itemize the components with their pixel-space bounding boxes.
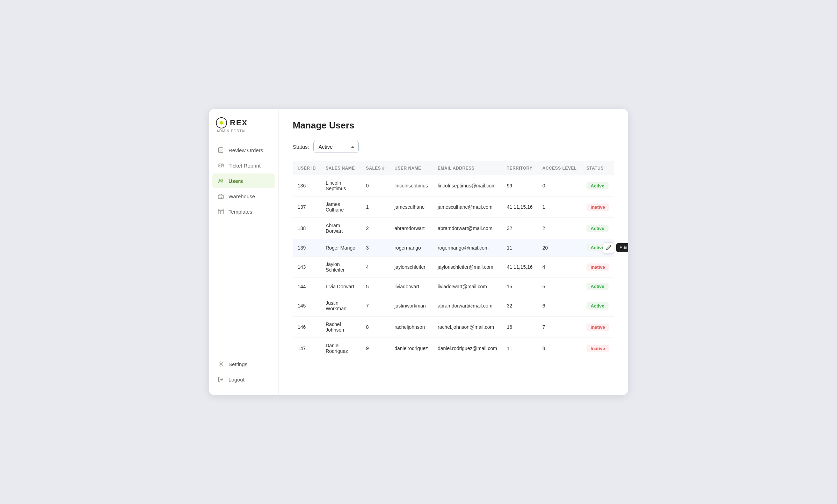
cell-status: Inative <box>582 257 614 278</box>
cell-status: Inative <box>582 197 614 218</box>
cell-username: justinworkman <box>390 295 433 317</box>
status-label: Status: <box>293 144 309 150</box>
col-email: EMAIL ADDRESS <box>433 161 502 175</box>
cell-territory: 41,11,15,16 <box>502 197 538 218</box>
cell-username: danielrodriguez <box>390 338 433 359</box>
cell-user-id: 145 <box>293 295 321 317</box>
sidebar-item-users[interactable]: Users <box>212 173 275 188</box>
edit-tooltip-label: Edit <box>616 243 628 252</box>
cell-user-id: 143 <box>293 257 321 278</box>
status-badge: Active <box>587 225 609 232</box>
sidebar-item-templates[interactable]: Templates <box>212 204 275 219</box>
cell-territory: 11 <box>502 239 538 257</box>
sidebar-label-review-orders: Review Orders <box>228 147 263 153</box>
cell-user-id: 137 <box>293 197 321 218</box>
col-sales-name: SALES NAME <box>321 161 361 175</box>
cell-territory: 41,11,15,16 <box>502 257 538 278</box>
sidebar-label-warehouse: Warehouse <box>228 193 255 199</box>
cell-access-level: 1 <box>538 197 582 218</box>
sidebar-label-ticket-reprint: Ticket Reprint <box>228 163 261 169</box>
edit-overlay: Edit <box>603 242 628 253</box>
cell-user-id: 136 <box>293 175 321 197</box>
cell-sales-name: Rachel Johnson <box>321 317 361 338</box>
sidebar-item-review-orders[interactable]: Review Orders <box>212 143 275 157</box>
table-row[interactable]: 136 Lincoln Septimus 0 lincolnseptimus l… <box>293 175 614 197</box>
users-icon <box>217 177 224 184</box>
cell-user-id: 139 <box>293 239 321 257</box>
logout-icon <box>217 376 224 383</box>
cell-sales-name: Livia Dorwart <box>321 278 361 295</box>
sidebar-item-warehouse[interactable]: Warehouse <box>212 189 275 203</box>
cell-territory: 99 <box>502 175 538 197</box>
sidebar-item-settings[interactable]: Settings <box>212 357 275 371</box>
cell-sales-name: Jaylon Schleifer <box>321 257 361 278</box>
cell-status: Active <box>582 278 614 295</box>
cell-email: daniel.rodriguez@mail.com <box>433 338 502 359</box>
table-row[interactable]: 138 Abram Dorwart 2 abramdorwart abramdo… <box>293 218 614 239</box>
cell-sales-num: 0 <box>361 175 390 197</box>
cell-sales-num: 8 <box>361 317 390 338</box>
logo-text: REX <box>230 118 248 127</box>
cell-access-level: 4 <box>538 257 582 278</box>
template-icon <box>217 208 224 215</box>
users-table: USER ID SALES NAME SALES # USER NAME EMA… <box>293 161 614 359</box>
cell-sales-name: Lincoln Septimus <box>321 175 361 197</box>
table-row[interactable]: 139 Roger Mango 3 rogermango rogermango@… <box>293 239 614 257</box>
sidebar-item-logout[interactable]: Logout <box>212 372 275 387</box>
table-row[interactable]: 144 Livia Dorwart 5 liviadorwart liviado… <box>293 278 614 295</box>
cell-username: liviadorwart <box>390 278 433 295</box>
sidebar-item-ticket-reprint[interactable]: Ticket Reprint <box>212 158 275 173</box>
cell-territory: 32 <box>502 218 538 239</box>
cell-sales-num: 2 <box>361 218 390 239</box>
sidebar: REX ADMIN PORTAL Review Orders <box>209 109 279 395</box>
cell-email: jaylonschleifer@mail.com <box>433 257 502 278</box>
cell-access-level: 7 <box>538 317 582 338</box>
page-title: Manage Users <box>293 120 614 131</box>
cell-access-level: 20 <box>538 239 582 257</box>
status-badge: Inative <box>587 203 609 211</box>
status-badge: Active <box>587 302 609 310</box>
nav-items: Review Orders Ticket Reprint <box>209 143 278 357</box>
table-row[interactable]: 146 Rachel Johnson 8 racheljohnson rache… <box>293 317 614 338</box>
edit-button[interactable] <box>603 242 614 253</box>
table-row[interactable]: 147 Daniel Rodriguez 9 danielrodriguez d… <box>293 338 614 359</box>
cell-sales-num: 7 <box>361 295 390 317</box>
cell-email: liviadorwart@mail.com <box>433 278 502 295</box>
table-header: USER ID SALES NAME SALES # USER NAME EMA… <box>293 161 614 175</box>
cell-access-level: 5 <box>538 278 582 295</box>
cell-sales-name: James Culhane <box>321 197 361 218</box>
svg-point-16 <box>220 363 222 365</box>
col-status: STATUS <box>582 161 614 175</box>
status-select[interactable]: Active Inactive All <box>313 141 359 153</box>
ticket-icon <box>217 162 224 169</box>
cell-status: Active <box>582 295 614 317</box>
logo-row: REX <box>216 117 248 128</box>
cell-user-id: 146 <box>293 317 321 338</box>
cell-sales-num: 1 <box>361 197 390 218</box>
table-body: 136 Lincoln Septimus 0 lincolnseptimus l… <box>293 175 614 359</box>
table-row[interactable]: 137 James Culhane 1 jamesculhane jamescu… <box>293 197 614 218</box>
main-content: Manage Users Status: Active Inactive All… <box>279 109 628 395</box>
svg-point-9 <box>219 179 221 181</box>
table-row[interactable]: 145 Justin Workman 7 justinworkman abram… <box>293 295 614 317</box>
warehouse-icon <box>217 193 224 200</box>
cell-sales-name: Justin Workman <box>321 295 361 317</box>
cell-status: Inative <box>582 338 614 359</box>
cell-territory: 16 <box>502 317 538 338</box>
app-container: REX ADMIN PORTAL Review Orders <box>209 109 628 395</box>
col-username: USER NAME <box>390 161 433 175</box>
gear-icon <box>217 361 224 368</box>
status-select-wrapper[interactable]: Active Inactive All <box>313 141 359 153</box>
status-filter: Status: Active Inactive All <box>293 141 614 153</box>
cell-email: abramdorwart@mail.com <box>433 295 502 317</box>
receipt-icon <box>217 147 224 154</box>
table-row[interactable]: 143 Jaylon Schleifer 4 jaylonschleifer j… <box>293 257 614 278</box>
cell-user-id: 147 <box>293 338 321 359</box>
cell-territory: 15 <box>502 278 538 295</box>
col-sales-num: SALES # <box>361 161 390 175</box>
col-user-id: USER ID <box>293 161 321 175</box>
cell-username: abramdorwart <box>390 218 433 239</box>
cell-sales-name: Daniel Rodriguez <box>321 338 361 359</box>
cell-email: rachel.johnson@mail.com <box>433 317 502 338</box>
col-territory: TERRITORY <box>502 161 538 175</box>
